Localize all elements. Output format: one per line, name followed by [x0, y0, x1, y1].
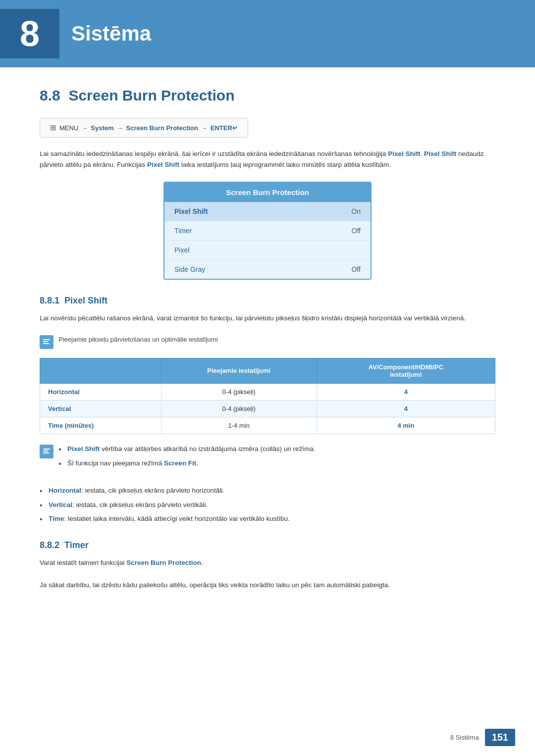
- menu-step-1: System: [91, 124, 113, 132]
- ui-panel-row-pixel-shift[interactable]: Pixel Shift On: [164, 202, 371, 221]
- bullet-time: Time: Iestatiet laika intervālu, kādā at…: [40, 514, 495, 524]
- row-label-pixel: Pixel: [174, 246, 189, 254]
- pixel-shift-body: Lai novērstu pēcattēlu rašanos ekrānā, v…: [40, 313, 495, 324]
- svg-rect-2: [43, 343, 49, 344]
- arrow-1: →: [81, 124, 88, 132]
- ui-panel-row-side-gray[interactable]: Side Gray Off: [164, 260, 371, 279]
- svg-rect-5: [43, 453, 49, 454]
- ui-panel-row-timer[interactable]: Timer Off: [164, 221, 371, 241]
- note-text-table: Pieejamie pikseļu pārvietošanas un optim…: [58, 335, 218, 345]
- bullet-vertical: Vertical: iestata, cik pikseļus ekrāns p…: [40, 500, 495, 510]
- menu-path: ⊞ MENU → System → Screen Burn Protection…: [40, 118, 248, 138]
- ui-panel: Screen Burn Protection Pixel Shift On Ti…: [163, 182, 372, 280]
- note-bullet-2: Šī funkcija nav pieejama režīmā Screen F…: [58, 458, 315, 469]
- svg-rect-4: [43, 451, 48, 452]
- table-header-empty: [40, 358, 161, 383]
- arrow-2: →: [117, 124, 123, 132]
- subsection-8-8-2-heading: 8.8.2 Timer: [40, 540, 495, 551]
- table-cell-vertical-label: Vertical: [40, 400, 161, 417]
- svg-rect-0: [43, 339, 50, 340]
- chapter-number: 8: [0, 9, 59, 58]
- table-cell-horizontal-label: Horizontal: [40, 383, 161, 400]
- table-row-time: Time (minūtes) 1-4 min 4 min: [40, 417, 495, 434]
- row-value-timer: Off: [352, 227, 361, 235]
- row-label-pixel-shift: Pixel Shift: [174, 207, 208, 215]
- table-row-vertical: Vertical 0-4 (pikseļi) 4: [40, 400, 495, 417]
- note-box-bullets: Pixel Shift vērtība var atšķirties atkar…: [40, 444, 495, 477]
- row-label-side-gray: Side Gray: [174, 265, 205, 273]
- menu-step-2: Screen Burn Protection: [126, 124, 198, 132]
- table-row-horizontal: Horizontal 0-4 (pikseļi) 4: [40, 383, 495, 400]
- row-value-side-gray: Off: [352, 265, 361, 273]
- table-cell-time-range: 1-4 min: [161, 417, 317, 434]
- menu-label: MENU: [59, 124, 78, 132]
- table-cell-time-value: 4 min: [317, 417, 495, 434]
- enter-icon: ENTER↵: [211, 124, 238, 132]
- note-icon: [40, 335, 54, 349]
- footer-page-number: 151: [485, 729, 515, 746]
- row-label-timer: Timer: [174, 227, 192, 235]
- note-bullets-container: Pixel Shift vērtība var atšķirties atkar…: [58, 444, 315, 477]
- subsection-8-8-1-heading: 8.8.1 Pixel Shift: [40, 296, 495, 306]
- ui-panel-row-pixel[interactable]: Pixel: [164, 241, 371, 260]
- bullet-horizontal: Horizontal: iestata, cik pikseļus ekrāns…: [40, 486, 495, 496]
- table-header-pieejamie: Pieejamie iestatījumi: [161, 358, 317, 383]
- note-icon-2: [40, 445, 54, 458]
- footer-label: 8 Sistēma: [450, 734, 479, 741]
- table-cell-vertical-value: 4: [317, 400, 495, 417]
- table-cell-horizontal-value: 4: [317, 383, 495, 400]
- table-header-av: AV/Component/HDMI/PCiestatījumi: [317, 358, 495, 383]
- menu-icon: ⊞: [50, 123, 56, 132]
- note-bullet-1: Pixel Shift vērtība var atšķirties atkar…: [58, 444, 315, 454]
- table-cell-vertical-range: 0-4 (pikseļi): [161, 400, 317, 417]
- table-cell-time-label: Time (minūtes): [40, 417, 161, 434]
- section-heading: 8.8 Screen Burn Protection: [40, 87, 495, 104]
- table-cell-horizontal-range: 0-4 (pikseļi): [161, 383, 317, 400]
- main-bullets: Horizontal: iestata, cik pikseļus ekrāns…: [40, 486, 495, 525]
- arrow-3: →: [201, 124, 208, 132]
- ui-panel-header: Screen Burn Protection: [164, 183, 371, 202]
- timer-body-1: Varat iestatīt taimeri funkcijai Screen …: [40, 557, 495, 568]
- chapter-title: Sistēma: [71, 22, 151, 46]
- note-box-table: Pieejamie pikseļu pārvietošanas un optim…: [40, 335, 495, 349]
- intro-text: Lai samazinātu iededzināšanas iespēju ek…: [40, 149, 495, 171]
- main-content: 8.8 Screen Burn Protection ⊞ MENU → Syst…: [0, 67, 535, 631]
- pixel-shift-table: Pieejamie iestatījumi AV/Component/HDMI/…: [40, 358, 495, 434]
- page-footer: 8 Sistēma 151: [450, 729, 515, 746]
- page-header: 8 Sistēma: [0, 0, 535, 67]
- svg-rect-1: [43, 341, 48, 342]
- svg-rect-3: [43, 449, 50, 450]
- row-value-pixel-shift: On: [351, 207, 361, 215]
- timer-body-2: Ja sākat darbību, lai dzēstu kādu paliek…: [40, 580, 495, 591]
